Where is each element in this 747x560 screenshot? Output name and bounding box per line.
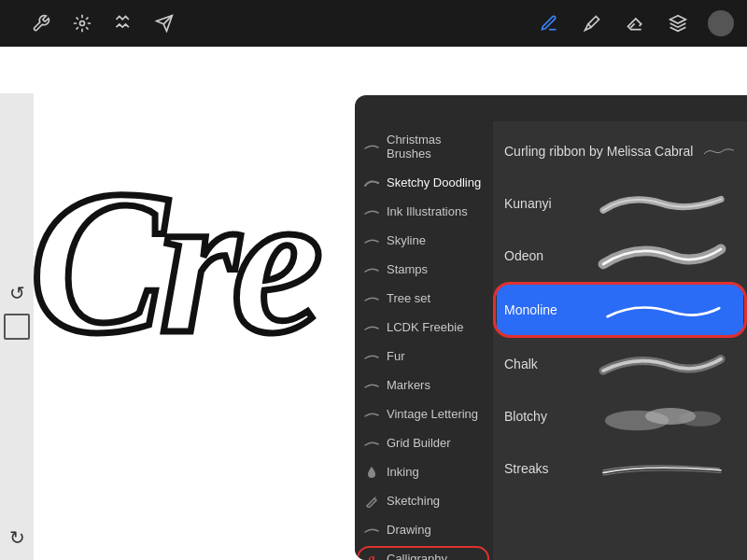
layers-icon[interactable] <box>665 10 691 36</box>
brush-preview-kunanyi <box>588 185 736 222</box>
category-label-markers: Markers <box>387 378 430 392</box>
category-icon-calligraphy: a <box>362 553 381 561</box>
left-sidebar: ↺ ↻ <box>0 93 34 560</box>
category-icon-ink <box>362 205 381 218</box>
toolbar <box>0 0 747 47</box>
category-icon-stamps <box>362 263 381 276</box>
brush-panel-body: Christmas BrushesSketchy DoodlingInk Ill… <box>355 121 747 560</box>
category-label-stamps: Stamps <box>387 262 428 276</box>
brush-panel-header <box>355 95 747 121</box>
category-item-christmas[interactable]: Christmas Brushes <box>355 125 493 168</box>
brush-item-odeon[interactable]: Odeon <box>493 230 747 282</box>
category-item-markers[interactable]: Markers <box>355 371 493 399</box>
category-icon-markers <box>362 379 381 392</box>
category-item-drawing[interactable]: Drawing <box>355 515 493 544</box>
category-label-grid: Grid Builder <box>387 436 451 450</box>
brush-item-monoline[interactable]: Monoline <box>497 284 743 336</box>
brush-name-odeon: Odeon <box>504 248 579 263</box>
category-label-sketching: Sketching <box>387 494 440 508</box>
category-icon-grid <box>362 437 381 450</box>
avatar[interactable] <box>708 10 734 36</box>
category-icon-treeset <box>362 292 381 305</box>
category-item-grid[interactable]: Grid Builder <box>355 428 493 457</box>
eraser-icon[interactable] <box>622 10 648 36</box>
category-label-skyline: Skyline <box>387 233 426 247</box>
category-item-ink[interactable]: Ink Illustrations <box>355 197 493 226</box>
brush-preview-odeon <box>588 237 736 274</box>
brush-item-streaks[interactable]: Streaks <box>493 442 747 495</box>
category-item-sketchy[interactable]: Sketchy Doodling <box>355 168 493 197</box>
category-icon-sketching <box>362 495 381 508</box>
brush-name-chalk: Chalk <box>504 357 579 371</box>
category-label-vintage: Vintage Lettering <box>387 407 478 421</box>
smudge-icon[interactable] <box>110 10 136 36</box>
category-icon-drawing <box>362 524 381 537</box>
category-icon-sketchy <box>362 176 381 189</box>
brush-preview-chalk <box>588 345 736 383</box>
brush-preview-streaks <box>588 450 736 487</box>
selection-tool[interactable] <box>4 314 30 340</box>
toolbar-left <box>13 10 177 36</box>
brush-name-blotchy: Blotchy <box>504 409 579 424</box>
category-label-lcdk: LCDK Freebie <box>387 320 463 334</box>
brush-item-curling[interactable]: Curling ribbon by Melissa Cabral <box>493 125 747 177</box>
category-item-calligraphy[interactable]: aCalligraphy <box>355 544 493 560</box>
category-item-lcdk[interactable]: LCDK Freebie <box>355 313 493 342</box>
category-label-ink: Ink Illustrations <box>387 204 468 218</box>
category-item-stamps[interactable]: Stamps <box>355 255 493 284</box>
brush-preview-curling <box>702 133 736 170</box>
category-item-fur[interactable]: Fur <box>355 342 493 371</box>
pen-icon[interactable] <box>536 10 562 36</box>
brush-name-streaks: Streaks <box>504 461 579 476</box>
category-label-drawing: Drawing <box>387 523 431 537</box>
category-label-christmas: Christmas Brushes <box>387 133 482 161</box>
svg-point-0 <box>80 21 85 26</box>
canvas-area: ↺ ↻ Cre Christmas BrushesSketchy Doodlin… <box>0 47 747 560</box>
svg-point-6 <box>679 412 721 427</box>
category-item-treeset[interactable]: Tree set <box>355 284 493 313</box>
brush-library-panel: Christmas BrushesSketchy DoodlingInk Ill… <box>355 95 747 560</box>
canvas-content: Cre <box>30 160 316 365</box>
category-icon-vintage <box>362 408 381 421</box>
adjust-icon[interactable] <box>69 10 95 36</box>
category-label-fur: Fur <box>387 349 405 363</box>
svg-marker-3 <box>670 16 686 23</box>
category-list: Christmas BrushesSketchy DoodlingInk Ill… <box>355 121 493 560</box>
category-label-sketchy: Sketchy Doodling <box>387 175 481 189</box>
category-icon-fur <box>362 350 381 363</box>
category-label-calligraphy: Calligraphy <box>387 552 447 560</box>
undo-tool[interactable]: ↺ <box>4 280 30 306</box>
brush-item-blotchy[interactable]: Blotchy <box>493 390 747 442</box>
category-item-sketching[interactable]: Sketching <box>355 486 493 515</box>
brush-name-kunanyi: Kunanyi <box>504 196 579 211</box>
brush-name-monoline: Monoline <box>504 302 579 317</box>
brush-list: Curling ribbon by Melissa CabralKunanyiO… <box>493 121 747 560</box>
category-label-treeset: Tree set <box>387 291 430 305</box>
category-icon-lcdk <box>362 321 381 334</box>
brush-preview-monoline <box>588 291 736 329</box>
category-item-skyline[interactable]: Skyline <box>355 226 493 255</box>
toolbar-right <box>536 10 734 36</box>
category-item-vintage[interactable]: Vintage Lettering <box>355 399 493 428</box>
category-icon-christmas <box>362 140 381 153</box>
brush-preview-blotchy <box>588 398 736 435</box>
fountain-pen-icon[interactable] <box>579 10 605 36</box>
category-label-inking: Inking <box>387 465 419 479</box>
category-item-inking[interactable]: Inking <box>355 457 493 486</box>
wrench-icon[interactable] <box>28 10 54 36</box>
send-icon[interactable] <box>151 10 177 36</box>
category-icon-inking <box>362 466 381 479</box>
brush-name-curling: Curling ribbon by Melissa Cabral <box>504 144 693 159</box>
redo-tool[interactable]: ↻ <box>4 525 30 551</box>
brush-item-kunanyi[interactable]: Kunanyi <box>493 177 747 230</box>
brush-item-chalk[interactable]: Chalk <box>493 338 747 390</box>
category-icon-skyline <box>362 234 381 247</box>
